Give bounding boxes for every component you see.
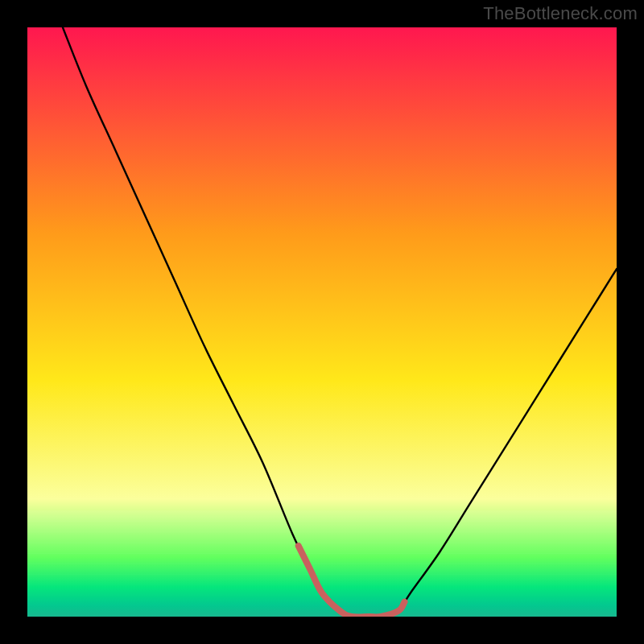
svg-rect-5 [27,553,617,564]
chart-frame: TheBottleneck.com [0,0,644,644]
bottleneck-chart-svg [0,0,644,644]
svg-rect-4 [27,543,617,554]
green-band-stripes [27,510,617,617]
svg-rect-3 [27,532,617,543]
watermark-text: TheBottleneck.com [483,3,638,24]
svg-rect-10 [27,606,617,617]
svg-rect-2 [27,521,617,532]
svg-rect-6 [27,564,617,575]
svg-rect-1 [27,510,617,522]
svg-rect-7 [27,574,617,585]
